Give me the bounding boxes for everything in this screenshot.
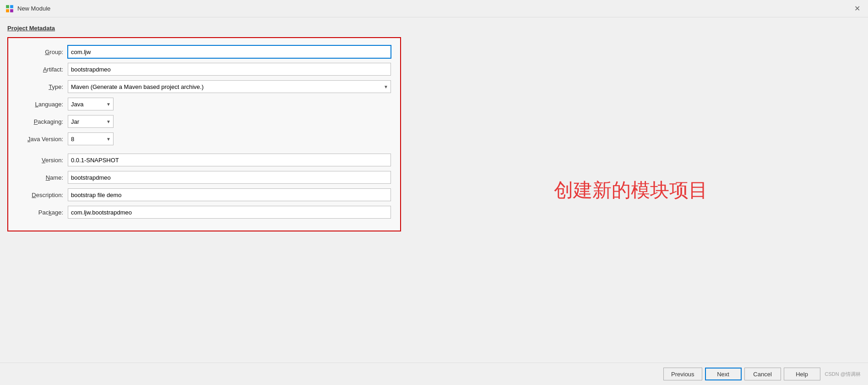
section-title: Project Metadata [7,25,401,32]
java-version-select-wrapper: 8 11 17 21 ▼ [68,132,114,145]
type-select[interactable]: Maven (Generate a Maven based project ar… [68,80,391,93]
packaging-label: Packaging: [17,118,68,125]
svg-rect-2 [6,9,9,12]
package-input[interactable] [68,206,391,219]
footer: Previous Next Cancel Help CSDN @情调林 [0,363,868,385]
group-label: Group: [17,49,68,55]
svg-rect-0 [6,5,9,8]
svg-rect-1 [10,5,13,8]
version-label: Version: [17,157,68,164]
next-button[interactable]: Next [705,368,742,380]
java-version-row: Java Version: 8 11 17 21 ▼ [17,132,391,145]
artifact-row: Artifact: [17,63,391,76]
packaging-select[interactable]: Jar War [68,115,114,128]
previous-button[interactable]: Previous [663,368,702,380]
java-version-label: Java Version: [17,136,68,143]
title-bar: New Module ✕ [0,0,868,17]
type-label: Type: [17,83,68,90]
cancel-button[interactable]: Cancel [744,368,781,380]
window-title: New Module [17,5,50,12]
type-row: Type: Maven (Generate a Maven based proj… [17,80,391,93]
dialog-content: Project Metadata Group: Artifact: [0,17,868,363]
type-select-wrapper: Maven (Generate a Maven based project ar… [68,80,391,93]
version-row: Version: [17,154,391,166]
version-input[interactable] [68,154,391,166]
language-row: Language: Java Kotlin Groovy ▼ [17,98,391,110]
description-row: Description: [17,188,391,201]
package-label: Package: [17,209,68,216]
description-label: Description: [17,192,68,198]
separator [17,150,391,154]
module-icon [5,5,14,13]
title-bar-left: New Module [5,5,50,13]
artifact-input[interactable] [68,63,391,76]
name-label: Name: [17,174,68,181]
help-button[interactable]: Help [784,368,820,380]
artifact-label: Artifact: [17,66,68,73]
language-label: Language: [17,101,68,108]
name-input[interactable] [68,171,391,184]
form-container: Group: Artifact: Type: [7,37,401,231]
group-input[interactable] [68,45,391,58]
left-panel: Project Metadata Group: Artifact: [7,25,401,355]
description-input[interactable] [68,188,391,201]
svg-rect-3 [10,9,13,12]
right-panel: 创建新的模块项目 [401,25,861,355]
right-panel-text: 创建新的模块项目 [554,177,708,203]
packaging-select-wrapper: Jar War ▼ [68,115,114,128]
packaging-row: Packaging: Jar War ▼ [17,115,391,128]
close-button[interactable]: ✕ [852,3,863,14]
language-select-wrapper: Java Kotlin Groovy ▼ [68,98,114,110]
language-select[interactable]: Java Kotlin Groovy [68,98,114,110]
new-module-window: New Module ✕ Project Metadata Group: Art… [0,0,868,385]
group-row: Group: [17,45,391,58]
package-row: Package: [17,206,391,219]
java-version-select[interactable]: 8 11 17 21 [68,132,114,145]
name-row: Name: [17,171,391,184]
watermark: CSDN @情调林 [825,371,861,378]
